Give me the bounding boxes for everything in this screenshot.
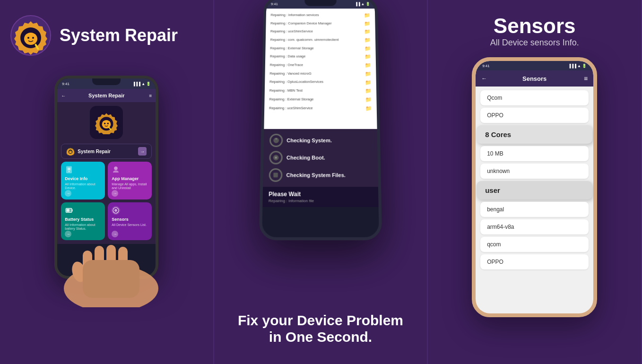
svg-rect-27 xyxy=(67,209,69,212)
phone3-signal: ▐▐▐ ▲ 🔋 xyxy=(568,64,587,68)
phone-notch xyxy=(92,78,121,85)
please-wait-title: Please Wait xyxy=(269,191,373,198)
app-main-icon xyxy=(90,106,123,139)
repair-item-4: Repairing : com. qualcomm. uimremoteclie… xyxy=(270,36,371,44)
svg-rect-38 xyxy=(83,260,139,298)
folder-icon-2: 📁 xyxy=(364,19,371,27)
sensors-subtitle: All Device sensors Info. xyxy=(490,38,579,48)
sensor-item-10mb[interactable]: 10 MB xyxy=(480,146,589,161)
phone-mockup-3: 9:41 ▐▐▐ ▲ 🔋 ← Sensors ≡ Qcom OPPO 8 Cor… xyxy=(472,57,597,317)
panel-sensors: Sensors All Device sensors Info. 9:41 ▐▐… xyxy=(428,0,642,364)
sensor-item-user[interactable]: user xyxy=(477,181,592,199)
check-boot-circle xyxy=(269,151,283,165)
repair-btn-content: System Repair xyxy=(66,147,110,156)
repair-list: Repairing : Information services 📁 Repai… xyxy=(269,11,372,113)
sensor-item-qcom[interactable]: Qcom xyxy=(480,90,589,105)
sensor-item-8cores[interactable]: 8 Cores xyxy=(477,125,592,144)
repair-btn-arrow[interactable]: → xyxy=(138,147,147,156)
folder-icon-11: 📁 xyxy=(365,95,372,104)
repair-item-9: Repairing : OplusLocationServices 📁 xyxy=(269,78,372,87)
phone3-back-icon[interactable]: ← xyxy=(481,75,487,82)
screen-title: System Repair xyxy=(88,93,124,98)
hand-illustration xyxy=(40,213,182,307)
fix-line2: in One Second. xyxy=(238,329,403,346)
repair-item-6: Repairing : Data usage 📁 xyxy=(270,52,371,61)
phone2-signal: ▐▐ ▲ 🔋 xyxy=(355,2,371,6)
back-icon[interactable]: ← xyxy=(61,93,66,98)
repair-list-container: Repairing : Information services 📁 Repai… xyxy=(264,9,377,129)
check-boot-label: Checking Boot. xyxy=(286,155,325,160)
svg-rect-42 xyxy=(273,173,278,178)
checking-section: Checking System. Checking Boot. Checking… xyxy=(263,129,378,187)
please-wait-subtitle: Repairing : Information file xyxy=(269,199,373,203)
app-manager-title: App Manager xyxy=(112,176,148,181)
sensor-item-unknown[interactable]: unknown xyxy=(480,164,589,179)
phone3-menu-icon[interactable]: ≡ xyxy=(584,75,588,82)
svg-point-24 xyxy=(114,166,118,170)
repair-item-12: Repairing : uceShimService 📁 xyxy=(269,104,372,113)
check-system-circle xyxy=(269,134,283,147)
sensor-item-bengal[interactable]: bengal xyxy=(480,202,589,217)
folder-icon-3: 📁 xyxy=(364,28,371,36)
sensors-header: Sensors All Device sensors Info. xyxy=(490,14,579,48)
device-info-title: Device Info xyxy=(65,176,101,181)
app-manager-arrow[interactable]: → xyxy=(112,190,118,197)
repair-item-8: Repairing : Vanced microG 📁 xyxy=(269,69,371,78)
sensor-item-arm64[interactable]: arm64-v8a xyxy=(480,219,589,234)
app-manager-card[interactable]: App Manager Manage All apps, Install and… xyxy=(108,162,152,199)
svg-point-12 xyxy=(107,123,109,124)
svg-point-17 xyxy=(69,151,72,153)
fix-device-text: Fix your Device Problem in One Second. xyxy=(238,312,403,345)
sensors-title: Sensors xyxy=(490,14,579,38)
please-wait-section: Please Wait Repairing : Information file xyxy=(262,187,378,207)
folder-icon-12: 📁 xyxy=(365,104,372,113)
device-info-card[interactable]: Device Info All Information about Device… xyxy=(61,162,105,199)
app-topbar: ← System Repair ≡ xyxy=(57,89,156,102)
phone2-notch xyxy=(304,0,337,6)
repair-btn-label: System Repair xyxy=(78,149,110,154)
app-title: System Repair xyxy=(60,26,178,45)
app-manager-subtitle: Manage All apps, Install and Uninstall xyxy=(112,182,148,191)
repair-item-11: Repairing : External Storage 📁 xyxy=(269,95,372,104)
check-system-label: Checking System. xyxy=(286,138,332,143)
check-files-circle xyxy=(269,168,283,182)
app-header: System Repair xyxy=(9,14,178,57)
repair-item-2: Repairing : Companion Device Manager 📁 xyxy=(270,19,371,27)
sensors-list: Qcom OPPO 8 Cores 10 MB unknown user ben… xyxy=(476,87,593,273)
menu-icon[interactable]: ≡ xyxy=(149,93,152,98)
svg-point-18 xyxy=(70,151,70,152)
folder-icon-9: 📁 xyxy=(365,78,372,87)
checking-boot: Checking Boot. xyxy=(269,151,372,165)
sensor-item-oppo2[interactable]: OPPO xyxy=(480,254,589,269)
sensor-item-qcom2[interactable]: qcom xyxy=(480,237,589,252)
folder-icon-8: 📁 xyxy=(365,69,372,78)
phone2-time: 9:41 xyxy=(271,2,278,6)
signal-icons: ▐▐▐ ▲ 🔋 xyxy=(132,82,151,86)
system-repair-button[interactable]: System Repair → xyxy=(61,144,152,159)
repair-item-3: Repairing : uceShimService 📁 xyxy=(270,28,371,36)
phone3-screen: 9:41 ▐▐▐ ▲ 🔋 ← Sensors ≡ Qcom OPPO 8 Cor… xyxy=(476,61,593,313)
svg-point-4 xyxy=(32,37,34,39)
checking-system: Checking System. xyxy=(269,134,372,147)
repair-item-7: Repairing : OneTrace 📁 xyxy=(270,61,372,69)
folder-icon-4: 📁 xyxy=(364,36,371,44)
svg-point-3 xyxy=(27,37,29,39)
checking-files: Checking System Files. xyxy=(269,168,373,182)
phone3-header: ← Sensors ≡ xyxy=(476,70,593,87)
fix-line1: Fix your Device Problem xyxy=(238,312,403,329)
device-info-arrow[interactable]: → xyxy=(65,190,71,197)
folder-icon-10: 📁 xyxy=(365,87,372,95)
phone-mockup-2: 9:41 ▐▐ ▲ 🔋 Repairing : Information serv… xyxy=(259,0,382,240)
app-logo-icon xyxy=(9,14,52,57)
folder-icon-5: 📁 xyxy=(364,44,371,53)
phone3-time: 9:41 xyxy=(482,64,490,68)
folder-icon-6: 📁 xyxy=(364,52,371,61)
folder-icon-7: 📁 xyxy=(364,61,371,69)
svg-point-28 xyxy=(114,209,117,212)
svg-point-11 xyxy=(104,123,105,124)
sensor-item-oppo[interactable]: OPPO xyxy=(480,108,589,123)
repair-item-1: Repairing : Information services 📁 xyxy=(270,11,370,19)
phone3-header-title: Sensors xyxy=(522,75,547,82)
svg-point-23 xyxy=(69,171,69,172)
repair-item-10: Repairing : MBN Test 📁 xyxy=(269,87,372,95)
